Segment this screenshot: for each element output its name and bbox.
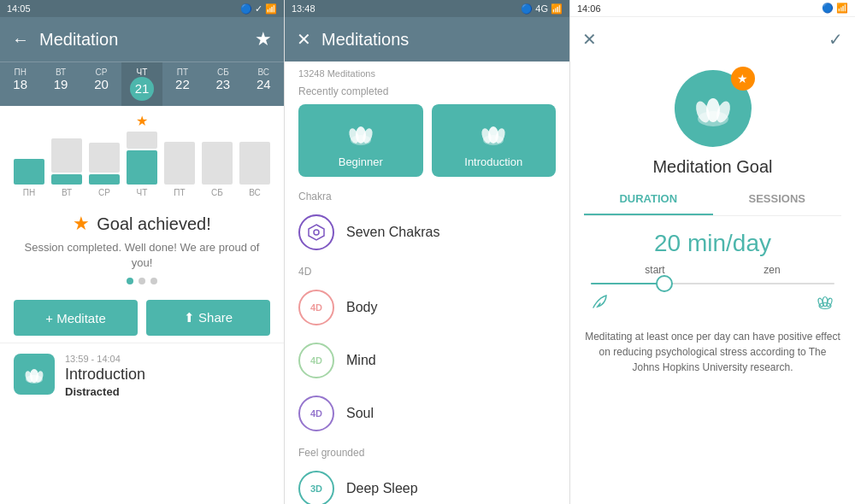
week-day-label: ПН [15,67,27,77]
week-day-num: 19 [42,77,79,91]
week-day-num: 21 [130,77,154,101]
recent-card-beginner[interactable]: Beginner [298,104,423,177]
meditations-count: 13248 Meditations [285,62,569,82]
status-icons-1: 🔵 ✓ 📶 [240,3,277,15]
duration-value: 20 min/day [570,216,855,264]
category-feel-grounded: Feel grounded [285,440,569,462]
header-title-2: Meditations [321,30,557,50]
deep-sleep-icon: 3D [298,471,334,504]
close-button-3[interactable]: ✕ [582,29,597,50]
bar-fill [14,159,44,185]
lotus-card-icon-2 [478,118,509,149]
bar-mon [14,116,44,185]
seven-chakras-label: Seven Chakras [346,225,439,240]
bar-fill [51,138,82,173]
label-thu: ЧТ [127,188,157,197]
list-item-body[interactable]: 4D Body [285,281,569,334]
bar-fill [164,142,195,185]
header-2: ✕ Meditations [285,17,569,62]
leaf-icon [591,291,610,315]
week-day-label: ВТ [56,67,66,77]
recently-section: Recently completed Beginner Introd [285,82,569,184]
list-item-mind[interactable]: 4D Mind [285,334,569,387]
chart-day-labels: ПН ВТ СР ЧТ ПТ СБ ВС [14,185,270,204]
slider-area: start zen [570,264,855,315]
session-tag: Distracted [65,385,270,398]
recently-label: Recently completed [298,85,556,97]
lotus-logo-icon [691,86,735,131]
session-card[interactable]: 13:59 - 14:04 Introduction Distracted [0,343,284,504]
bar-fill-active [127,150,157,185]
share-button[interactable]: ⬆ Share [146,300,270,336]
status-bar-2: 13:48 🔵 4G 📶 [285,0,569,17]
status-icons-2: 🔵 4G 📶 [521,3,563,15]
label-wed: СР [89,188,120,197]
panel-meditations-list: 13:48 🔵 4G 📶 ✕ Meditations 13248 Meditat… [285,0,570,504]
activity-chart: ★ ПН ВТ СР ЧТ ПТ СБ ВС [0,106,284,204]
time-2: 13:48 [292,3,315,14]
time-1: 14:05 [7,3,31,14]
back-button[interactable]: ← [12,30,29,50]
week-day-mon[interactable]: ПН 18 [0,62,40,106]
action-buttons: + Meditate ⬆ Share [0,293,284,343]
duration-slider[interactable] [591,283,834,284]
dot-2 [139,278,145,284]
soul-label: Soul [346,406,374,421]
body-label: Body [346,300,377,315]
label-sun: ВС [239,188,270,197]
week-day-wed[interactable]: СР 20 [81,62,121,106]
soul-icon: 4D [298,396,334,431]
category-chakra: Chakra [285,184,569,206]
session-icon [14,354,55,395]
recent-cards: Beginner Introduction [298,104,556,177]
week-day-num: 20 [83,77,120,91]
week-day-sat[interactable]: СБ 23 [203,62,243,106]
week-day-sun[interactable]: ВС 24 [244,62,284,106]
week-day-tue[interactable]: ВТ 19 [40,62,80,106]
week-day-label: ВС [257,67,269,77]
bar-fill [202,142,233,185]
week-day-num: 23 [204,77,241,91]
tab-duration[interactable]: DURATION [584,184,713,215]
list-item-soul[interactable]: 4D Soul [285,387,569,440]
recent-card-intro-label: Introduction [464,155,522,168]
bar-fill [51,174,82,185]
week-day-num: 22 [164,77,201,91]
close-button-2[interactable]: ✕ [297,29,311,50]
meditate-button[interactable]: + Meditate [14,300,138,336]
tab-sessions[interactable]: SESSIONS [713,184,842,215]
week-day-fri[interactable]: ПТ 22 [162,62,203,106]
favorite-button[interactable]: ★ [255,28,272,50]
goal-subtitle: Session completed. Well done! We are pro… [14,240,270,271]
bar-sun [239,116,270,185]
session-time: 13:59 - 14:04 [65,354,270,364]
list-item-seven-chakras[interactable]: Seven Chakras [285,206,569,259]
recent-card-introduction[interactable]: Introduction [432,104,557,177]
bar-tue [51,116,82,185]
bar-fri [164,116,195,185]
status-icons-3: 🔵 📶 [822,3,848,14]
category-4d: 4D [285,259,569,281]
mind-icon: 4D [298,343,334,378]
goal-label: Meditation Goal [652,157,772,177]
goal-logo-circle: ★ [675,70,752,147]
header-title-1: Meditation [39,30,255,50]
star-badge: ★ [731,67,755,91]
slider-labels: start zen [591,264,834,276]
recent-card-beginner-label: Beginner [339,155,383,168]
status-bar-1: 14:05 🔵 ✓ 📶 [0,0,284,17]
confirm-button[interactable]: ✓ [828,29,843,50]
zen-label: zen [764,264,834,276]
slider-thumb[interactable] [656,275,673,292]
header-1: ← Meditation ★ [0,17,284,62]
week-day-label: ПТ [177,67,188,77]
session-name: Introduction [65,366,270,384]
week-day-thu[interactable]: ЧТ 21 [121,62,162,106]
goal-title: ★ Goal achieved! [14,213,270,235]
lotus-icon [22,362,46,386]
list-item-deep-sleep[interactable]: 3D Deep Sleep [285,462,569,504]
dot-1 [127,278,133,284]
goal-logo-area: ★ Meditation Goal [570,62,855,184]
slider-fill [591,283,664,284]
week-day-label: ЧТ [137,67,148,77]
